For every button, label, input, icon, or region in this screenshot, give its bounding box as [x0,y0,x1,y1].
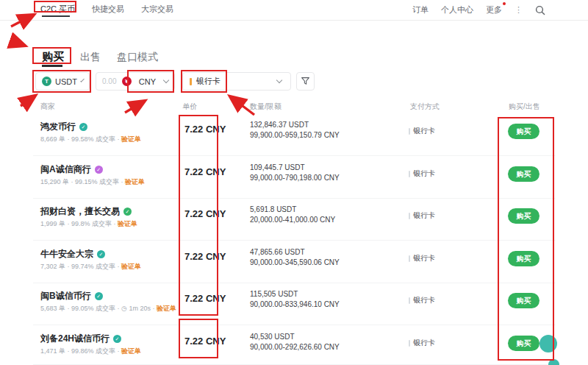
payment-bar-icon [409,128,410,135]
nav-active-underline [42,15,70,17]
buy-button[interactable]: 购买 [508,293,539,308]
amount-input-group: 0.00 ¥ CNY [96,72,175,91]
tab-active-underline [42,65,62,67]
payment-method-select[interactable]: 银行卡 [182,72,291,91]
fiat-select[interactable]: ¥ CNY [122,77,168,86]
buy-button[interactable]: 购买 [508,124,539,139]
merchant-name: 闽B诚信币行 [40,290,91,302]
tab-sell[interactable]: 出售 [80,51,101,64]
verified-tag[interactable]: 验证单 [118,220,137,227]
c2c-trading-page: C2C 买币 快捷交易 大宗交易 订单 个人中心 更多 ⋮ 购买 出售 盘口模式 [0,0,588,365]
verified-tag[interactable]: 验证单 [121,135,141,143]
offer-row: 招财白资，擅长交易✓ 1,999 单 · 99.8% 成交率 · 验证单 7.2… [33,199,556,241]
nav-right: 订单 个人中心 更多 ⋮ [412,4,545,15]
payment-bar-icon [409,340,410,347]
nav-left: C2C 买币 快捷交易 大宗交易 [40,4,173,15]
merchant-stats: 8,669 单 · 99.58% 成交率 · 验证单 [40,135,141,144]
floating-widget-circle-small[interactable] [548,359,559,365]
available-amount: 40,530 USDT [250,333,295,341]
available-amount: 47,865.66 USDT [250,248,305,256]
merchant-stats: 15,290 单 · 99.15% 成交率 · 验证单 [40,177,145,187]
verified-tag[interactable]: 验证单 [121,347,141,355]
unit-price: 7.22 CNY [184,166,226,177]
nav-item-quick-trade[interactable]: 快捷交易 [92,4,124,15]
merchant-name: 牛牛安全大宗 [40,248,93,261]
limit-range: 90,000.00-292,626.60 CNY [250,343,340,351]
buy-button[interactable]: 购买 [508,336,539,351]
payment-bar-icon [190,78,192,85]
amount-input[interactable]: 0.00 [102,77,116,85]
payment-method: 银行卡 [409,253,435,263]
merchant-name: 鸿发币行 [40,121,76,133]
merchant-stats: 1,471 单 · 99.86% 成交率 · 验证单 [40,347,141,356]
fiat-select-value: CNY [139,77,156,86]
offer-row: 闽B诚信币行✓ 5,683 单 · 99.05% 成交率 · ◷ 1m 20s … [33,283,556,325]
verified-badge-icon: ✓ [113,335,121,343]
buy-button[interactable]: 购买 [508,251,539,266]
offer-row: 鸿发币行✓ 8,669 单 · 99.58% 成交率 · 验证单 7.22 CN… [33,114,556,156]
search-icon[interactable] [535,5,545,15]
limit-range: 99,900.00-959,150.79 CNY [250,131,340,139]
payment-method: 银行卡 [409,169,435,179]
filter-bar: T USDT 0.00 ¥ CNY 银行卡 [0,72,588,93]
mode-tabs: 购买 出售 盘口模式 [42,50,158,64]
verified-badge-icon: ✓ [97,250,105,258]
header-price: 单价 [182,102,197,112]
nav-item-block-trade[interactable]: 大宗交易 [141,4,173,15]
offer-row: 闽A诚信商行✓ 15,290 单 · 99.15% 成交率 · 验证单 7.22… [33,157,556,199]
floating-widget-circle[interactable] [539,335,557,352]
merchant-name: 招财白资，擅长交易 [40,205,120,218]
verified-badge-icon: ✓ [79,123,87,131]
payment-bar-icon [409,213,410,219]
available-amount: 115,505 USDT [250,290,298,298]
annotation-arrow-buy-tab [10,40,25,46]
verified-badge-icon: ✓ [95,166,103,174]
funnel-icon [301,77,310,86]
tab-orderbook-mode[interactable]: 盘口模式 [117,51,158,64]
merchant-stats: 5,683 单 · 99.05% 成交率 · ◷ 1m 20s · 验证单 [40,304,176,313]
payment-method: 银行卡 [409,295,435,305]
header-merchant: 商家 [40,102,55,112]
payment-bar-icon [409,255,410,262]
header-buy-sell: 购买/出售 [509,102,540,112]
chevron-down-icon [276,77,282,83]
buy-button[interactable]: 购买 [508,166,539,182]
top-nav: C2C 买币 快捷交易 大宗交易 订单 个人中心 更多 ⋮ [0,0,588,21]
payment-method: 银行卡 [409,126,435,136]
verified-tag[interactable]: 验证单 [157,305,176,312]
usdt-coin-icon: T [42,77,51,86]
limit-range: 90,000.00-345,590.06 CNY [250,258,340,266]
crypto-select[interactable]: T USDT [35,72,90,91]
nav-item-profile[interactable]: 个人中心 [441,4,473,15]
available-amount: 132,846.37 USDT [250,121,309,129]
available-amount: 109,445.7 USDT [250,163,305,171]
limit-range: 20,000.00-41,000.00 CNY [250,216,335,224]
merchant-stats: 1,999 单 · 99.8% 成交率 · 验证单 [40,219,137,229]
header-payment: 支付方式 [410,102,440,112]
verified-tag[interactable]: 验证单 [121,263,141,270]
crypto-select-value: USDT [55,77,77,86]
available-amount: 5,691.8 USDT [250,205,296,213]
buy-button[interactable]: 购买 [508,208,539,224]
limit-range: 90,000.00-833,946.10 CNY [250,300,340,308]
filter-funnel-button[interactable] [296,72,315,91]
limit-range: 99,000.00-790,198.00 CNY [250,174,340,182]
nav-item-orders[interactable]: 订单 [412,4,429,15]
notification-dot [503,2,506,5]
verified-badge-icon: ✓ [123,208,132,216]
verified-tag[interactable]: 验证单 [125,178,145,185]
chevron-down-icon [80,78,85,82]
unit-price: 7.22 CNY [184,251,226,262]
merchant-name: 闽A诚信商行 [40,163,91,176]
payment-select-value: 银行卡 [196,76,220,87]
kebab-menu-icon[interactable]: ⋮ [514,5,523,15]
merchant-name: 刘备24H诚信币行 [40,333,110,345]
nav-item-more[interactable]: 更多 [486,4,502,15]
verified-badge-icon: ✓ [95,292,103,300]
header-amount-limit: 数量/限额 [250,102,282,112]
payment-bar-icon [409,297,410,304]
unit-price: 7.22 CNY [184,336,226,347]
nav-item-c2c-buy[interactable]: C2C 买币 [40,4,75,15]
tab-buy[interactable]: 购买 [42,50,64,64]
table-header: 商家 单价 数量/限额 支付方式 购买/出售 [0,102,588,114]
